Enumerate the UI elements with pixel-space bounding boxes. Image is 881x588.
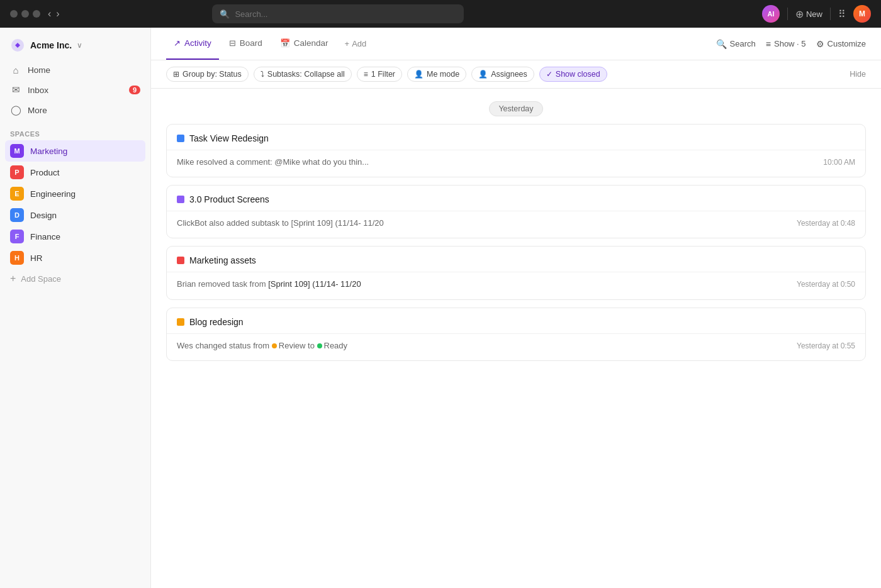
search-input[interactable] xyxy=(235,9,456,19)
finance-avatar: F xyxy=(10,230,24,243)
plus-icon: + xyxy=(10,273,16,284)
new-button[interactable]: ⊕ New xyxy=(795,8,822,20)
filter-assignees[interactable]: 👤 Assignees xyxy=(471,67,534,82)
minimize-dot xyxy=(21,10,29,18)
topbar-right: AI ⊕ New ⠿ M xyxy=(762,5,871,23)
filter-show-closed[interactable]: ✓ Show closed xyxy=(539,67,607,82)
marketing-avatar: M xyxy=(10,144,24,158)
sidebar-item-marketing[interactable]: M Marketing xyxy=(5,140,145,162)
card-body: Mike resolved a comment: @Mike what do y… xyxy=(167,150,865,177)
content-area: ↗ Activity ⊟ Board 📅 Calendar + Add 🔍 Se… xyxy=(151,28,881,588)
sidebar-nav: ⌂ Home ✉ Inbox 9 ◯ More xyxy=(0,58,150,123)
subtask-icon: ⤵ xyxy=(261,70,264,79)
divider xyxy=(787,8,788,20)
workspace-name: Acme Inc. xyxy=(30,40,72,50)
customize-action[interactable]: ⚙ Customize xyxy=(816,39,866,49)
activity-text: ClickBot also added subtask to [Sprint 1… xyxy=(177,218,384,229)
activity-text: Brian removed task from [Sprint 109] (11… xyxy=(177,279,361,290)
workspace-header[interactable]: Acme Inc. ∨ xyxy=(0,33,150,58)
card-body: ClickBot also added subtask to [Sprint 1… xyxy=(167,211,865,238)
filters-bar: ⊞ Group by: Status ⤵ Subtasks: Collapse … xyxy=(151,60,881,89)
activity-text: Mike resolved a comment: @Mike what do y… xyxy=(177,157,369,168)
sidebar-item-product[interactable]: P Product xyxy=(5,162,145,183)
sidebar: Acme Inc. ∨ ⌂ Home ✉ Inbox 9 ◯ More Spac… xyxy=(0,28,151,588)
forward-button[interactable]: › xyxy=(56,9,59,19)
status-to-dot xyxy=(317,343,322,348)
inbox-icon: ✉ xyxy=(10,84,21,96)
more-icon: ◯ xyxy=(10,104,21,116)
main-layout: Acme Inc. ∨ ⌂ Home ✉ Inbox 9 ◯ More Spac… xyxy=(0,28,881,588)
product-avatar: P xyxy=(10,165,24,179)
search-icon: 🔍 xyxy=(220,9,230,19)
nav-buttons: ‹ › xyxy=(48,9,60,19)
filter-icon: ≡ xyxy=(364,70,368,79)
avatar[interactable]: M xyxy=(853,5,871,23)
sidebar-item-finance[interactable]: F Finance xyxy=(5,226,145,247)
filter-count[interactable]: ≡ 1 Filter xyxy=(357,67,402,82)
card-body: Brian removed task from [Sprint 109] (11… xyxy=(167,272,865,299)
hr-avatar: H xyxy=(10,251,24,265)
design-avatar: D xyxy=(10,208,24,222)
engineering-avatar: E xyxy=(10,187,24,201)
sidebar-item-inbox[interactable]: ✉ Inbox 9 xyxy=(5,80,145,100)
grid-icon[interactable]: ⠿ xyxy=(838,8,846,20)
filter-subtasks[interactable]: ⤵ Subtasks: Collapse all xyxy=(254,67,352,82)
check-icon: ✓ xyxy=(546,70,553,79)
tabbar-right-actions: 🔍 Search ≡ Show · 5 ⚙ Customize xyxy=(716,39,866,49)
tab-add-button[interactable]: + Add xyxy=(339,39,373,48)
card-header: 3.0 Product Screens xyxy=(167,186,865,211)
status-to: Ready xyxy=(317,340,348,352)
card-header: Marketing assets xyxy=(167,247,865,272)
activity-card-blog-redesign[interactable]: Blog redesign Wes changed status from Re… xyxy=(166,308,866,361)
sidebar-item-design[interactable]: D Design xyxy=(5,204,145,226)
group-icon: ⊞ xyxy=(173,70,179,79)
activity-feed: Yesterday Task View Redesign Mike resolv… xyxy=(151,89,881,588)
board-tab-icon: ⊟ xyxy=(229,38,236,48)
search-action[interactable]: 🔍 Search xyxy=(716,39,756,49)
sidebar-item-hr[interactable]: H HR xyxy=(5,247,145,269)
task-color-indicator xyxy=(177,257,184,264)
add-space-button[interactable]: + Add Space xyxy=(0,269,150,289)
person-icon: 👤 xyxy=(414,70,424,79)
filter-me-mode[interactable]: 👤 Me mode xyxy=(407,67,466,82)
task-title: 3.0 Product Screens xyxy=(189,194,269,204)
tab-activity[interactable]: ↗ Activity xyxy=(166,28,219,60)
activity-card-task-view-redesign[interactable]: Task View Redesign Mike resolved a comme… xyxy=(166,124,866,177)
search-icon: 🔍 xyxy=(716,39,727,49)
home-icon: ⌂ xyxy=(10,65,21,75)
activity-time: Yesterday at 0:48 xyxy=(797,219,855,228)
spaces-section-label: Spaces xyxy=(0,123,150,140)
back-button[interactable]: ‹ xyxy=(48,9,51,19)
activity-time: 10:00 AM xyxy=(823,158,855,167)
sidebar-item-home[interactable]: ⌂ Home xyxy=(5,60,145,80)
sidebar-item-more[interactable]: ◯ More xyxy=(5,100,145,120)
task-title: Marketing assets xyxy=(189,255,256,265)
sidebar-item-engineering[interactable]: E Engineering xyxy=(5,183,145,204)
date-divider: Yesterday xyxy=(166,89,866,124)
spaces-list: M Marketing P Product E Engineering D De… xyxy=(0,140,150,269)
inbox-badge: 9 xyxy=(129,86,140,94)
show-action[interactable]: ≡ Show · 5 xyxy=(766,39,806,49)
tab-board[interactable]: ⊟ Board xyxy=(222,28,270,60)
divider2 xyxy=(830,8,831,20)
close-dot xyxy=(10,10,18,18)
ai-button[interactable]: AI xyxy=(762,5,780,23)
card-body: Wes changed status from Review to Ready … xyxy=(167,333,865,360)
tab-calendar[interactable]: 📅 Calendar xyxy=(272,28,336,60)
maximize-dot xyxy=(33,10,40,18)
activity-time: Yesterday at 0:50 xyxy=(797,280,855,289)
plus-icon: + xyxy=(345,39,350,48)
global-search-bar[interactable]: 🔍 xyxy=(212,4,464,23)
activity-tab-icon: ↗ xyxy=(174,38,181,48)
filter-group-status[interactable]: ⊞ Group by: Status xyxy=(166,67,249,82)
activity-text: Wes changed status from Review to Ready xyxy=(177,340,347,352)
task-color-indicator xyxy=(177,318,184,326)
status-from: Review xyxy=(272,340,306,352)
plus-icon: ⊕ xyxy=(795,8,804,20)
task-title: Task View Redesign xyxy=(189,133,269,143)
hide-button[interactable]: Hide xyxy=(850,70,866,79)
task-color-indicator xyxy=(177,196,184,203)
activity-card-marketing-assets[interactable]: Marketing assets Brian removed task from… xyxy=(166,246,866,299)
activity-card-product-screens[interactable]: 3.0 Product Screens ClickBot also added … xyxy=(166,185,866,238)
activity-time: Yesterday at 0:55 xyxy=(797,341,855,350)
